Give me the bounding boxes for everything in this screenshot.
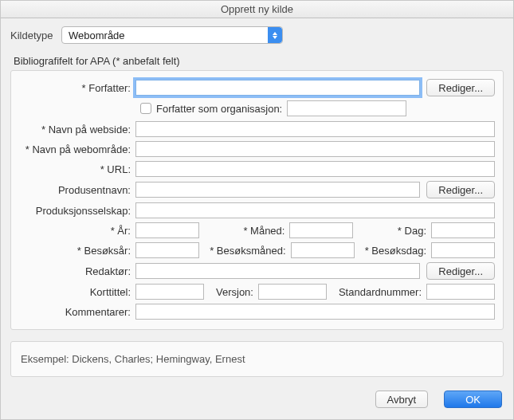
label-navn-webomrade: * Navn på webområde: (19, 143, 135, 155)
label-produsentnavn: Produsentnavn: (19, 184, 135, 196)
label-standardnummer: Standardnummer: (339, 286, 426, 298)
label-aar: * År: (19, 225, 135, 237)
footer: Avbryt OK (1, 384, 513, 419)
label-korttittel: Korttittel: (19, 286, 135, 298)
label-dag: * Dag: (398, 225, 431, 237)
input-besoksaar[interactable] (135, 242, 199, 258)
source-type-row: Kildetype Webområde (10, 26, 504, 44)
input-forfatter-org[interactable] (287, 100, 406, 116)
label-besoksmaaned: * Besøksmåned: (210, 245, 290, 257)
input-korttittel[interactable] (135, 284, 204, 300)
input-kommentarer[interactable] (135, 304, 495, 320)
content-area: Kildetype Webområde Bibliografifelt for … (1, 18, 513, 384)
source-type-value: Webområde (69, 29, 125, 41)
input-url[interactable] (135, 161, 495, 177)
chevron-up-down-icon (268, 27, 282, 43)
input-besoksdag[interactable] (431, 242, 495, 258)
input-forfatter[interactable] (135, 80, 420, 96)
ok-button[interactable]: OK (444, 391, 502, 408)
label-kommentarer: Kommentarer: (19, 306, 135, 318)
label-besoksdag: * Besøksdag: (365, 245, 431, 257)
input-maaned[interactable] (289, 222, 353, 238)
label-maaned: * Måned: (243, 225, 289, 237)
label-navn-webside: * Navn på webside: (19, 124, 135, 135)
section-label: Bibliografifelt for APA (* anbefalt felt… (14, 55, 504, 67)
input-navn-webomrade[interactable] (135, 141, 495, 157)
checkbox-forfatter-org[interactable] (140, 103, 151, 114)
label-besoksaar: * Besøksår: (19, 245, 135, 257)
label-url: * URL: (19, 163, 135, 175)
window-title: Opprett ny kilde (1, 1, 513, 18)
rediger-produsent-button[interactable]: Rediger... (426, 181, 495, 198)
source-type-select[interactable]: Webområde (61, 26, 283, 44)
input-standardnummer[interactable] (426, 284, 495, 300)
source-type-label: Kildetype (10, 29, 61, 41)
rediger-redaktor-button[interactable]: Rediger... (426, 262, 495, 280)
example-box: Eksempel: Dickens, Charles; Hemingway, E… (10, 341, 504, 377)
label-forfatter: * Forfatter: (19, 82, 135, 94)
input-aar[interactable] (135, 222, 199, 238)
fields-panel: * Forfatter: Rediger... Forfatter som or… (10, 70, 504, 330)
label-versjon: Versjon: (216, 286, 258, 298)
input-navn-webside[interactable] (135, 121, 495, 137)
label-forfatter-org: Forfatter som organisasjon: (156, 103, 282, 115)
rediger-forfatter-button[interactable]: Rediger... (426, 79, 495, 96)
input-besoksmaaned[interactable] (291, 242, 355, 258)
input-produsentnavn[interactable] (135, 182, 420, 198)
dialog-window: Opprett ny kilde Kildetype Webområde Bib… (0, 0, 514, 420)
label-redaktor: Redaktør: (19, 265, 135, 277)
avbryt-button[interactable]: Avbryt (375, 391, 429, 408)
label-produksjonsselskap: Produksjonsselskap: (19, 205, 135, 217)
input-produksjonsselskap[interactable] (135, 202, 495, 218)
input-redaktor[interactable] (135, 263, 420, 279)
input-dag[interactable] (431, 222, 495, 238)
input-versjon[interactable] (258, 284, 327, 300)
